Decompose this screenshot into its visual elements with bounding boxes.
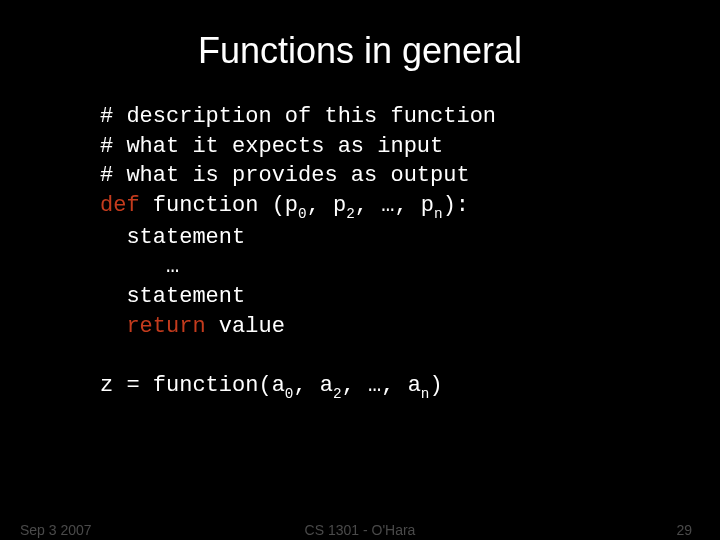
function-sig-start: function (p (140, 193, 298, 218)
subscript-an: n (421, 386, 430, 402)
ellipsis: … (381, 193, 394, 218)
subscript-pn: n (434, 206, 443, 222)
sep: , (355, 193, 381, 218)
param-p: p (333, 193, 346, 218)
arg-a: a (408, 373, 421, 398)
sep: , (381, 373, 407, 398)
comment-line-1: # description of this function (100, 104, 496, 129)
subscript-p0: 0 (298, 206, 307, 222)
arg-a: a (320, 373, 333, 398)
return-value: value (206, 314, 285, 339)
sep: , (293, 373, 319, 398)
subscript-a2: 2 (333, 386, 342, 402)
comment-line-3: # what is provides as output (100, 163, 470, 188)
sep: , (307, 193, 333, 218)
call-expr-start: z = function(a (100, 373, 285, 398)
code-block: # description of this function # what it… (100, 102, 680, 403)
sep: , (342, 373, 368, 398)
sep: , (394, 193, 420, 218)
footer-course: CS 1301 - O'Hara (0, 522, 720, 538)
param-p: p (421, 193, 434, 218)
keyword-def: def (100, 193, 140, 218)
slide: Functions in general # description of th… (0, 0, 720, 540)
ellipsis: … (368, 373, 381, 398)
call-close: ) (429, 373, 442, 398)
statement-line: statement (100, 225, 245, 250)
footer-page-number: 29 (676, 522, 692, 538)
subscript-a0: 0 (285, 386, 294, 402)
body-ellipsis: … (100, 254, 179, 279)
slide-title: Functions in general (40, 30, 680, 72)
comment-line-2: # what it expects as input (100, 134, 443, 159)
subscript-p2: 2 (346, 206, 355, 222)
keyword-return: return (126, 314, 205, 339)
def-close: ): (443, 193, 469, 218)
return-indent (100, 314, 126, 339)
statement-line: statement (100, 284, 245, 309)
